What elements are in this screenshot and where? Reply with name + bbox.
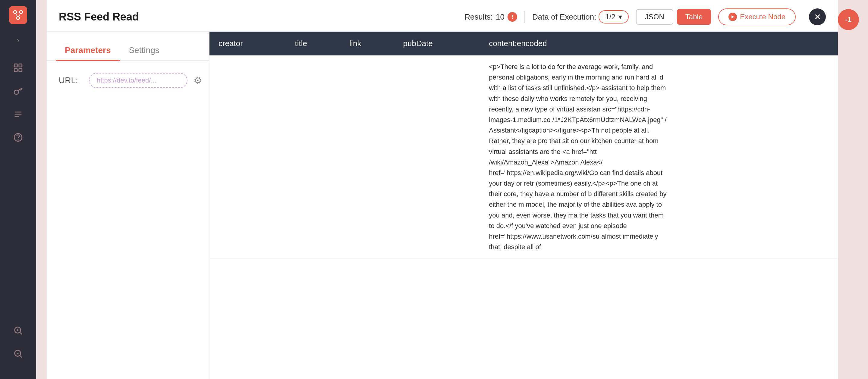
modal-title: RSS Feed Read <box>59 10 139 23</box>
svg-rect-8 <box>14 69 17 72</box>
user-avatar[interactable]: -1 <box>838 9 859 30</box>
list-icon[interactable] <box>13 109 23 121</box>
modal-body: Parameters Settings URL: ⚙ creator <box>47 32 838 379</box>
sidebar-nav <box>13 63 23 145</box>
col-link: link <box>340 32 394 56</box>
svg-line-22 <box>20 332 22 335</box>
table-wrapper: creator title link pubDate content:encod… <box>210 32 838 379</box>
url-param-row: URL: ⚙ <box>47 61 209 100</box>
svg-rect-9 <box>19 69 22 72</box>
cell-creator <box>210 56 286 258</box>
svg-point-10 <box>14 90 19 94</box>
json-view-button[interactable]: JSON <box>636 9 673 25</box>
sidebar: › <box>0 0 36 379</box>
table-header-row: creator title link pubDate content:encod… <box>210 32 838 56</box>
svg-line-5 <box>19 13 21 17</box>
execution-label: Data of Execution: <box>532 12 596 22</box>
expand-sidebar-button[interactable]: › <box>17 36 19 44</box>
svg-line-13 <box>20 89 20 90</box>
play-icon <box>728 13 737 21</box>
left-panel: Parameters Settings URL: ⚙ <box>47 32 210 379</box>
cell-link <box>340 56 394 258</box>
results-count: 10 <box>496 12 504 22</box>
svg-line-25 <box>20 355 22 358</box>
svg-point-2 <box>17 17 20 20</box>
content-text: <p>There is a lot to do for the average … <box>489 61 670 252</box>
key-icon[interactable] <box>13 86 23 98</box>
zoom-in-icon[interactable] <box>13 325 23 338</box>
svg-point-1 <box>20 10 23 13</box>
cell-title <box>286 56 341 258</box>
execute-node-button[interactable]: Execute Node <box>718 8 796 25</box>
close-button[interactable]: ✕ <box>809 8 826 25</box>
right-panel: creator title link pubDate content:encod… <box>210 32 838 379</box>
cell-content-encoded: <p>There is a lot to do for the average … <box>480 56 838 258</box>
warning-icon: ! <box>507 12 517 22</box>
col-title: title <box>286 32 341 56</box>
chevron-down-icon: ▾ <box>618 13 622 21</box>
svg-line-4 <box>16 13 18 17</box>
svg-point-0 <box>13 10 17 13</box>
execution-value: 1/2 <box>605 13 615 21</box>
table-row: <p>There is a lot to do for the average … <box>210 56 838 258</box>
sidebar-bottom <box>13 325 23 361</box>
execution-dropdown[interactable]: 1/2 ▾ <box>598 10 628 24</box>
col-content-encoded: content:encoded <box>480 32 838 56</box>
table-view-button[interactable]: Table <box>677 9 711 25</box>
results-label: Results: <box>464 12 493 22</box>
svg-marker-26 <box>732 15 734 19</box>
zoom-out-icon[interactable] <box>13 349 23 361</box>
execution-selector: Data of Execution: 1/2 ▾ <box>532 10 629 24</box>
results-info: Results: 10 ! <box>464 12 517 22</box>
tab-parameters[interactable]: Parameters <box>56 41 120 61</box>
col-pubdate: pubDate <box>394 32 480 56</box>
url-label: URL: <box>59 75 83 85</box>
users-icon[interactable] <box>13 63 23 75</box>
tab-bar: Parameters Settings <box>47 41 209 61</box>
results-table: creator title link pubDate content:encod… <box>210 32 838 258</box>
tab-settings[interactable]: Settings <box>120 41 168 61</box>
svg-rect-6 <box>14 64 17 67</box>
gear-icon[interactable]: ⚙ <box>193 75 202 86</box>
execute-button-label: Execute Node <box>740 13 785 21</box>
modal-controls: Results: 10 ! Data of Execution: 1/2 ▾ J… <box>464 8 826 25</box>
modal-header: RSS Feed Read Results: 10 ! Data of Exec… <box>47 0 838 32</box>
url-input[interactable] <box>89 73 187 88</box>
view-toggle: JSON Table <box>636 9 711 25</box>
help-icon[interactable] <box>13 132 23 145</box>
logo[interactable] <box>9 6 27 24</box>
svg-rect-7 <box>19 64 22 67</box>
svg-point-18 <box>18 140 18 140</box>
svg-line-12 <box>21 89 22 90</box>
divider <box>524 11 525 23</box>
col-creator: creator <box>210 32 286 56</box>
modal-panel: RSS Feed Read Results: 10 ! Data of Exec… <box>47 0 838 379</box>
cell-pubdate <box>394 56 480 258</box>
